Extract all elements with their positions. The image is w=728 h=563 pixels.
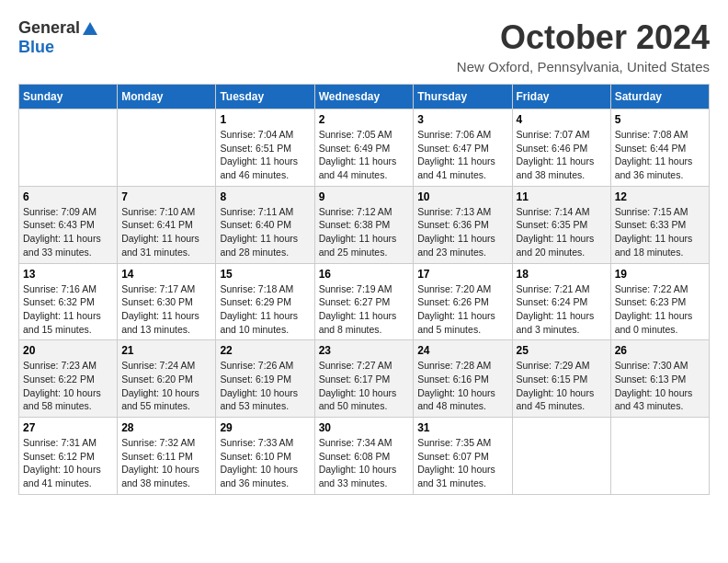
day-number: 12	[615, 190, 705, 203]
day-number: 9	[319, 190, 410, 203]
day-number: 23	[319, 344, 410, 357]
day-info: Sunrise: 7:07 AM Sunset: 6:46 PM Dayligh…	[517, 128, 607, 182]
calendar-week-row: 1Sunrise: 7:04 AM Sunset: 6:51 PM Daylig…	[19, 109, 710, 187]
calendar-cell	[118, 109, 216, 187]
calendar-cell: 30Sunrise: 7:34 AM Sunset: 6:08 PM Dayli…	[314, 418, 414, 495]
day-number: 24	[417, 344, 507, 357]
calendar-cell: 23Sunrise: 7:27 AM Sunset: 6:17 PM Dayli…	[314, 340, 414, 418]
day-number: 10	[417, 190, 507, 203]
calendar-cell: 18Sunrise: 7:21 AM Sunset: 6:24 PM Dayli…	[512, 263, 610, 340]
day-info: Sunrise: 7:12 AM Sunset: 6:38 PM Dayligh…	[319, 205, 410, 259]
day-info: Sunrise: 7:18 AM Sunset: 6:29 PM Dayligh…	[220, 282, 310, 337]
calendar-cell: 17Sunrise: 7:20 AM Sunset: 6:26 PM Dayli…	[414, 263, 512, 340]
day-info: Sunrise: 7:10 AM Sunset: 6:41 PM Dayligh…	[121, 205, 211, 259]
day-number: 4	[517, 113, 607, 126]
calendar-header-row: SundayMondayTuesdayWednesdayThursdayFrid…	[19, 85, 710, 109]
day-number: 26	[615, 344, 705, 357]
page-header: General Blue October 2024 New Oxford, Pe…	[18, 18, 710, 75]
calendar-cell: 31Sunrise: 7:35 AM Sunset: 6:07 PM Dayli…	[414, 418, 512, 495]
day-number: 2	[319, 113, 410, 126]
day-info: Sunrise: 7:34 AM Sunset: 6:08 PM Dayligh…	[319, 436, 410, 490]
logo-general: General	[18, 18, 80, 38]
calendar-cell: 5Sunrise: 7:08 AM Sunset: 6:44 PM Daylig…	[610, 109, 709, 187]
day-info: Sunrise: 7:23 AM Sunset: 6:22 PM Dayligh…	[23, 359, 113, 413]
calendar-cell: 14Sunrise: 7:17 AM Sunset: 6:30 PM Dayli…	[118, 263, 216, 340]
day-number: 16	[319, 268, 410, 281]
day-number: 6	[23, 190, 113, 203]
calendar-cell: 25Sunrise: 7:29 AM Sunset: 6:15 PM Dayli…	[512, 340, 610, 418]
logo-triangle-icon	[82, 20, 98, 37]
day-number: 1	[220, 113, 310, 126]
calendar-week-row: 13Sunrise: 7:16 AM Sunset: 6:32 PM Dayli…	[19, 263, 710, 340]
day-info: Sunrise: 7:04 AM Sunset: 6:51 PM Dayligh…	[220, 128, 310, 182]
day-number: 22	[220, 344, 310, 357]
day-info: Sunrise: 7:21 AM Sunset: 6:24 PM Dayligh…	[517, 282, 607, 337]
day-number: 11	[517, 190, 607, 203]
day-number: 14	[121, 268, 211, 281]
day-info: Sunrise: 7:09 AM Sunset: 6:43 PM Dayligh…	[23, 205, 113, 259]
day-number: 29	[220, 421, 310, 434]
calendar-cell: 3Sunrise: 7:06 AM Sunset: 6:47 PM Daylig…	[414, 109, 512, 187]
day-number: 15	[220, 268, 310, 281]
month-title: October 2024	[457, 18, 710, 57]
calendar-cell: 26Sunrise: 7:30 AM Sunset: 6:13 PM Dayli…	[610, 340, 709, 418]
day-info: Sunrise: 7:13 AM Sunset: 6:36 PM Dayligh…	[417, 205, 507, 259]
day-number: 30	[319, 421, 410, 434]
calendar-week-row: 20Sunrise: 7:23 AM Sunset: 6:22 PM Dayli…	[19, 340, 710, 418]
day-info: Sunrise: 7:33 AM Sunset: 6:10 PM Dayligh…	[220, 436, 310, 490]
day-info: Sunrise: 7:30 AM Sunset: 6:13 PM Dayligh…	[615, 359, 705, 413]
calendar-cell: 12Sunrise: 7:15 AM Sunset: 6:33 PM Dayli…	[610, 186, 709, 263]
day-info: Sunrise: 7:06 AM Sunset: 6:47 PM Dayligh…	[417, 128, 507, 182]
calendar-cell: 19Sunrise: 7:22 AM Sunset: 6:23 PM Dayli…	[610, 263, 709, 340]
calendar-cell	[512, 418, 610, 495]
calendar-cell: 4Sunrise: 7:07 AM Sunset: 6:46 PM Daylig…	[512, 109, 610, 187]
day-number: 27	[23, 421, 113, 434]
calendar-cell: 27Sunrise: 7:31 AM Sunset: 6:12 PM Dayli…	[19, 418, 118, 495]
day-number: 5	[615, 113, 705, 126]
day-of-week-header: Friday	[512, 85, 610, 109]
calendar-cell: 21Sunrise: 7:24 AM Sunset: 6:20 PM Dayli…	[118, 340, 216, 418]
day-number: 8	[220, 190, 310, 203]
day-number: 18	[517, 268, 607, 281]
calendar-cell: 29Sunrise: 7:33 AM Sunset: 6:10 PM Dayli…	[216, 418, 314, 495]
day-info: Sunrise: 7:15 AM Sunset: 6:33 PM Dayligh…	[615, 205, 705, 259]
day-info: Sunrise: 7:29 AM Sunset: 6:15 PM Dayligh…	[517, 359, 607, 413]
day-of-week-header: Tuesday	[216, 85, 314, 109]
day-info: Sunrise: 7:08 AM Sunset: 6:44 PM Dayligh…	[615, 128, 705, 182]
calendar-cell: 9Sunrise: 7:12 AM Sunset: 6:38 PM Daylig…	[314, 186, 414, 263]
calendar-cell: 8Sunrise: 7:11 AM Sunset: 6:40 PM Daylig…	[216, 186, 314, 263]
calendar-cell: 28Sunrise: 7:32 AM Sunset: 6:11 PM Dayli…	[118, 418, 216, 495]
day-info: Sunrise: 7:22 AM Sunset: 6:23 PM Dayligh…	[615, 282, 705, 337]
calendar-cell: 15Sunrise: 7:18 AM Sunset: 6:29 PM Dayli…	[216, 263, 314, 340]
day-info: Sunrise: 7:14 AM Sunset: 6:35 PM Dayligh…	[517, 205, 607, 259]
day-number: 28	[121, 421, 211, 434]
logo-blue: Blue	[18, 38, 54, 56]
day-info: Sunrise: 7:19 AM Sunset: 6:27 PM Dayligh…	[319, 282, 410, 337]
day-number: 19	[615, 268, 705, 281]
day-number: 3	[417, 113, 507, 126]
day-info: Sunrise: 7:20 AM Sunset: 6:26 PM Dayligh…	[417, 282, 507, 337]
calendar-cell: 2Sunrise: 7:05 AM Sunset: 6:49 PM Daylig…	[314, 109, 414, 187]
day-info: Sunrise: 7:16 AM Sunset: 6:32 PM Dayligh…	[23, 282, 113, 337]
calendar-cell: 11Sunrise: 7:14 AM Sunset: 6:35 PM Dayli…	[512, 186, 610, 263]
day-info: Sunrise: 7:31 AM Sunset: 6:12 PM Dayligh…	[23, 436, 113, 490]
calendar-cell	[19, 109, 118, 187]
day-number: 17	[417, 268, 507, 281]
calendar-table: SundayMondayTuesdayWednesdayThursdayFrid…	[18, 84, 710, 495]
day-of-week-header: Wednesday	[314, 85, 414, 109]
day-info: Sunrise: 7:11 AM Sunset: 6:40 PM Dayligh…	[220, 205, 310, 259]
calendar-cell: 6Sunrise: 7:09 AM Sunset: 6:43 PM Daylig…	[19, 186, 118, 263]
calendar-cell: 13Sunrise: 7:16 AM Sunset: 6:32 PM Dayli…	[19, 263, 118, 340]
calendar-cell: 1Sunrise: 7:04 AM Sunset: 6:51 PM Daylig…	[216, 109, 314, 187]
day-info: Sunrise: 7:35 AM Sunset: 6:07 PM Dayligh…	[417, 436, 507, 490]
svg-marker-0	[83, 22, 97, 35]
day-of-week-header: Thursday	[414, 85, 512, 109]
calendar-cell: 16Sunrise: 7:19 AM Sunset: 6:27 PM Dayli…	[314, 263, 414, 340]
calendar-cell: 24Sunrise: 7:28 AM Sunset: 6:16 PM Dayli…	[414, 340, 512, 418]
logo: General Blue	[18, 18, 98, 57]
day-info: Sunrise: 7:28 AM Sunset: 6:16 PM Dayligh…	[417, 359, 507, 413]
day-number: 31	[417, 421, 507, 434]
calendar-cell: 7Sunrise: 7:10 AM Sunset: 6:41 PM Daylig…	[118, 186, 216, 263]
day-info: Sunrise: 7:32 AM Sunset: 6:11 PM Dayligh…	[121, 436, 211, 490]
day-info: Sunrise: 7:26 AM Sunset: 6:19 PM Dayligh…	[220, 359, 310, 413]
